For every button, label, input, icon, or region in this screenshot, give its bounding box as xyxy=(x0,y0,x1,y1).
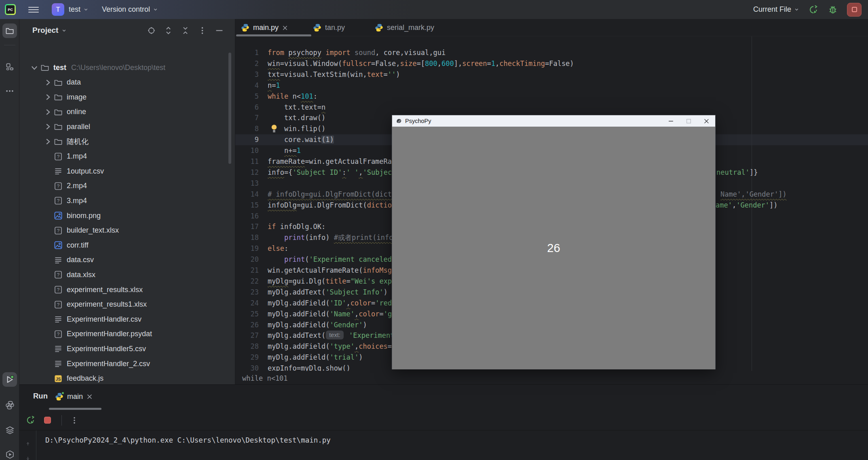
tree-item-corr.tiff[interactable]: corr.tiff xyxy=(43,238,89,253)
close-tab-icon[interactable] xyxy=(282,25,288,31)
tool-python-console-button[interactable] xyxy=(2,398,17,412)
editor-tab-tan.py[interactable]: tan.py xyxy=(313,19,345,36)
maximize-button[interactable] xyxy=(680,115,697,127)
code-line-10: n+=1 xyxy=(268,145,301,156)
chevron-down-icon[interactable] xyxy=(30,63,39,72)
tool-run-button[interactable] xyxy=(2,372,17,387)
debug-button[interactable] xyxy=(828,4,838,15)
chevron-right-icon[interactable] xyxy=(43,108,52,117)
chevron-right-icon[interactable] xyxy=(43,122,52,131)
project-panel-header: Project xyxy=(19,19,235,42)
tree-item-image[interactable]: image xyxy=(43,90,87,105)
chevron-right-icon[interactable] xyxy=(43,137,52,146)
svg-text:?: ? xyxy=(57,272,60,278)
tree-indent xyxy=(43,256,52,265)
code-line-3: txt=visual.TextStim(win,text='') xyxy=(268,69,400,80)
code-line-29: myDlg.addField('trial') xyxy=(268,352,363,363)
scroll-down-icon[interactable] xyxy=(24,456,32,460)
tree-item-feedback.js[interactable]: JSfeedback.js xyxy=(43,371,103,384)
more-tools-button[interactable] xyxy=(2,84,17,98)
tree-item-online[interactable]: online xyxy=(43,104,86,119)
tree-item-ExperimentHandler_2.csv[interactable]: ExperimentHandler_2.csv xyxy=(43,356,150,371)
tree-item-1.mp4[interactable]: ?1.mp4 xyxy=(43,149,87,164)
tree-item-parallel[interactable]: parallel xyxy=(43,119,90,134)
run-tab-main[interactable]: main xyxy=(55,389,93,404)
tree-indent xyxy=(43,241,52,250)
collapse-all-button[interactable] xyxy=(181,26,190,35)
expand-all-button[interactable] xyxy=(164,26,173,35)
tree-item-data.csv[interactable]: data.csv xyxy=(43,252,94,267)
tree-item-binom.png[interactable]: binom.png xyxy=(43,208,101,223)
tool-problems-button[interactable] xyxy=(2,447,17,460)
intention-bulb-icon[interactable] xyxy=(270,124,279,134)
python-file-icon xyxy=(313,23,321,32)
chevron-right-icon[interactable] xyxy=(43,93,52,102)
rerun-console-button[interactable] xyxy=(25,415,36,426)
main-menu-icon[interactable] xyxy=(28,5,39,13)
hexagon-play-icon xyxy=(5,450,15,459)
tree-item-label: online xyxy=(67,108,86,116)
stop-icon xyxy=(852,7,857,12)
tree-item-builder_text.xlsx[interactable]: ?builder_text.xlsx xyxy=(43,223,119,238)
run-config-label: Current File xyxy=(753,5,791,14)
close-button[interactable] xyxy=(697,115,715,127)
hide-panel-button[interactable] xyxy=(215,26,224,35)
line-number: 14 xyxy=(235,189,259,200)
tree-item-label: data xyxy=(67,78,81,87)
tree-item-ExperimentHandler.psydat[interactable]: ?ExperimentHandler.psydat xyxy=(43,326,152,341)
tree-indent xyxy=(43,330,52,339)
line-number: 9 xyxy=(235,134,259,145)
run-configuration-selector[interactable]: Current File xyxy=(753,0,799,19)
tool-project-button[interactable] xyxy=(2,23,17,38)
psychopy-titlebar[interactable]: PsychoPy xyxy=(392,115,715,127)
avatar[interactable]: T xyxy=(52,3,64,16)
stop-console-button[interactable] xyxy=(42,415,53,426)
tool-structure-button[interactable] xyxy=(2,59,17,74)
code-line-7: txt.draw() xyxy=(268,112,325,123)
tree-item-ExperimentHandler5.csv[interactable]: ExperimentHandler5.csv xyxy=(43,341,146,356)
python-file-icon xyxy=(241,23,249,32)
tree-item-随机化[interactable]: 随机化 xyxy=(43,134,89,149)
line-number: 15 xyxy=(235,200,259,211)
tree-item-2.mp4[interactable]: ?2.mp4 xyxy=(43,178,87,193)
chevron-right-icon[interactable] xyxy=(43,78,52,87)
minimize-button[interactable] xyxy=(662,115,680,127)
console-options-button[interactable] xyxy=(69,415,80,426)
tree-indent xyxy=(43,359,52,368)
panel-options-button[interactable] xyxy=(198,26,207,35)
tree-item-test[interactable]: testC:\Users\lenovo\Desktop\test xyxy=(30,60,165,75)
locate-file-button[interactable] xyxy=(147,26,156,35)
editor-tab-serial_mark.py[interactable]: serial_mark.py xyxy=(375,19,434,36)
tree-item-label: 1output.csv xyxy=(67,167,104,176)
tree-item-label: binom.png xyxy=(67,212,101,220)
tree-item-label: ExperimentHandler.csv xyxy=(67,315,141,324)
project-scrollbar[interactable] xyxy=(228,53,231,164)
inline-parameter-hint: text: xyxy=(326,331,343,339)
tree-item-data.xlsx[interactable]: ?data.xlsx xyxy=(43,267,95,282)
rerun-button[interactable] xyxy=(808,4,819,15)
unknown-icon: ? xyxy=(54,152,63,161)
stop-icon xyxy=(44,417,51,424)
code-line-19: else: xyxy=(268,243,288,254)
tool-services-button[interactable] xyxy=(2,423,17,437)
project-switcher[interactable]: test xyxy=(69,0,89,19)
close-tab-icon[interactable] xyxy=(87,394,93,400)
code-line-30: expInfo=myDlg.show() xyxy=(268,363,351,371)
tree-item-experiment_results1.xlsx[interactable]: ?experiment_results1.xlsx xyxy=(43,297,147,312)
scroll-up-icon[interactable] xyxy=(24,442,32,446)
editor-tab-main.py[interactable]: main.py xyxy=(241,19,288,36)
tree-item-data[interactable]: data xyxy=(43,75,81,90)
run-console[interactable]: D:\PsychoPy2024_2_4\python.exe C:\Users\… xyxy=(19,430,868,460)
tree-item-3.mp4[interactable]: ?3.mp4 xyxy=(43,193,87,208)
tree-item-label: data.csv xyxy=(67,256,94,264)
tree-item-1output.csv[interactable]: 1output.csv xyxy=(43,164,104,179)
stop-button[interactable] xyxy=(847,3,862,17)
project-view-selector[interactable]: Project xyxy=(32,26,67,35)
version-control-menu[interactable]: Version control xyxy=(102,0,158,19)
tree-item-ExperimentHandler.csv[interactable]: ExperimentHandler.csv xyxy=(43,312,141,327)
tree-item-label: 2.mp4 xyxy=(67,182,87,190)
psychopy-window[interactable]: PsychoPy 26 xyxy=(392,115,716,369)
tree-indent xyxy=(43,344,52,353)
tree-item-experiment_results.xlsx[interactable]: ?experiment_results.xlsx xyxy=(43,282,143,297)
chevron-down-icon xyxy=(794,7,799,12)
